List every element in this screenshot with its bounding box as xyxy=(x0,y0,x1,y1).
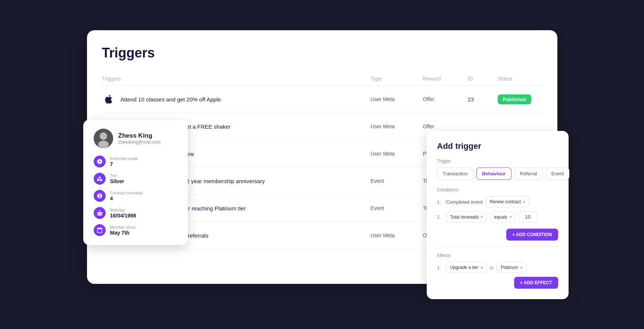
apple-icon xyxy=(102,93,115,106)
type-cell: User Meta xyxy=(371,151,423,157)
condition-number: 1. xyxy=(437,199,443,205)
add-effect-button[interactable]: + ADD EFFECT xyxy=(514,277,558,289)
svg-rect-4 xyxy=(97,179,99,181)
chevron-down-icon: ▾ xyxy=(523,200,525,204)
stat-value: Silver xyxy=(110,178,124,184)
table-row[interactable]: Attend 10 classes and get 20% off Apple … xyxy=(102,86,542,113)
published-badge: Published xyxy=(498,94,531,104)
completed-event-dropdown[interactable]: Renew contract ▾ xyxy=(486,196,529,207)
stat-value: 4 xyxy=(110,195,143,201)
user-header: Zhess King zhessking@mail.com xyxy=(94,129,177,148)
dropdown-value: equals xyxy=(494,214,507,220)
value-input[interactable]: 10 xyxy=(519,211,537,223)
stat-label: Referrals made xyxy=(110,156,138,161)
stat-label: Tier xyxy=(110,173,124,178)
trigger-btn-event[interactable]: Event xyxy=(546,167,569,180)
dropdown-value: Platinum xyxy=(501,265,518,270)
chevron-down-icon: ▾ xyxy=(481,266,483,270)
stat-details: Contract renewals 4 xyxy=(110,191,143,201)
condition-label: Completed event xyxy=(446,199,483,205)
type-cell: Event xyxy=(371,178,423,184)
add-condition-button[interactable]: + ADD CONDITION xyxy=(506,229,558,241)
header-id: ID xyxy=(468,76,498,82)
stat-value: 7 xyxy=(110,161,138,167)
trigger-name: Attend 10 classes and get 20% off Apple xyxy=(102,93,371,106)
conditions-label: Conditions xyxy=(437,187,558,192)
stat-referrals: Referrals made 7 xyxy=(94,156,177,167)
effect-row-1: 1. Upgrade a tier ▾ to Platinum ▾ xyxy=(437,262,558,273)
trigger-btn-transaction[interactable]: Transaction xyxy=(437,167,473,180)
chevron-down-icon: ▾ xyxy=(520,266,522,270)
trigger-btn-behaviour[interactable]: Behaviour xyxy=(476,167,511,180)
calendar-icon xyxy=(94,224,106,236)
header-status: Status xyxy=(498,76,542,82)
conditions-section: 1. Completed event Renew contract ▾ 2. T… xyxy=(437,196,558,223)
stat-value: May 7th xyxy=(110,230,136,236)
trigger-type-group: Transaction Behaviour Referral Event xyxy=(437,167,558,180)
dropdown-value: Total renewals xyxy=(450,214,479,220)
effects-section: 1. Upgrade a tier ▾ to Platinum ▾ xyxy=(437,262,558,273)
user-email: zhessking@mail.com xyxy=(118,140,161,145)
add-trigger-panel: Add trigger Trigger Transaction Behaviou… xyxy=(427,131,569,299)
user-stats: Referrals made 7 Tier Silver xyxy=(94,156,177,236)
svg-point-2 xyxy=(98,141,109,148)
total-renewals-dropdown[interactable]: Total renewals ▾ xyxy=(446,212,487,223)
tier-icon xyxy=(94,173,106,185)
birthday-icon xyxy=(94,207,106,219)
chevron-down-icon: ▾ xyxy=(481,215,483,219)
condition-number: 2. xyxy=(437,214,443,220)
equals-dropdown[interactable]: equals ▾ xyxy=(490,212,515,223)
stat-member-since: Member since May 7th xyxy=(94,224,177,236)
page-title: Triggers xyxy=(102,45,542,61)
avatar xyxy=(94,129,113,148)
stat-details: Member since May 7th xyxy=(110,225,136,236)
type-cell: User Meta xyxy=(371,123,423,129)
user-name: Zhess King xyxy=(118,132,161,140)
stat-details: Referrals made 7 xyxy=(110,156,138,167)
stat-label: Member since xyxy=(110,225,136,229)
dropdown-value: Renew contract xyxy=(490,199,521,204)
type-cell: Event xyxy=(371,205,423,211)
panel-title: Add trigger xyxy=(437,141,558,151)
stat-value: 16/04/1998 xyxy=(110,213,136,219)
user-info: Zhess King zhessking@mail.com xyxy=(118,132,161,145)
status-cell: Published xyxy=(498,94,542,104)
user-card: Zhess King zhessking@mail.com Referrals … xyxy=(83,120,188,245)
referrals-icon xyxy=(94,156,106,167)
header-reward: Reward xyxy=(423,76,468,82)
id-cell: 23 xyxy=(468,96,498,103)
type-cell: User Meta xyxy=(371,232,423,238)
dropdown-value: Upgrade a tier xyxy=(450,265,479,270)
platinum-dropdown[interactable]: Platinum ▾ xyxy=(497,262,526,273)
svg-point-3 xyxy=(100,179,102,181)
condition-row-1: 1. Completed event Renew contract ▾ xyxy=(437,196,558,207)
effects-label: Effects xyxy=(437,253,558,258)
stat-label: Birthday xyxy=(110,208,136,212)
stat-tier: Tier Silver xyxy=(94,173,177,185)
trigger-name-text: Attend 10 classes and get 20% off Apple xyxy=(121,96,221,103)
stat-label: Contract renewals xyxy=(110,191,143,195)
header-type: Type xyxy=(371,76,423,82)
table-header: Triggers Type Reward ID Status xyxy=(102,72,542,86)
stat-details: Birthday 16/04/1998 xyxy=(110,208,136,219)
reward-cell: Offer xyxy=(423,123,468,129)
stat-details: Tier Silver xyxy=(110,173,124,184)
contract-icon xyxy=(94,190,106,202)
page-wrapper: Triggers Triggers Type Reward ID Status … xyxy=(87,30,557,299)
header-triggers: Triggers xyxy=(102,76,371,82)
svg-point-1 xyxy=(100,132,107,140)
trigger-btn-referral[interactable]: Referral xyxy=(514,167,543,180)
stat-birthday: Birthday 16/04/1998 xyxy=(94,207,177,219)
trigger-label: Trigger xyxy=(437,159,558,164)
section-divider xyxy=(437,247,558,247)
stat-contract: Contract renewals 4 xyxy=(94,190,177,202)
reward-cell: Offer xyxy=(423,96,468,102)
condition-row-2: 2. Total renewals ▾ equals ▾ 10 xyxy=(437,211,558,223)
upgrade-tier-dropdown[interactable]: Upgrade a tier ▾ xyxy=(446,262,487,273)
chevron-down-icon: ▾ xyxy=(510,215,511,219)
effect-number: 1. xyxy=(437,265,443,270)
to-label: to xyxy=(490,265,494,270)
type-cell: User Meta xyxy=(371,96,423,102)
